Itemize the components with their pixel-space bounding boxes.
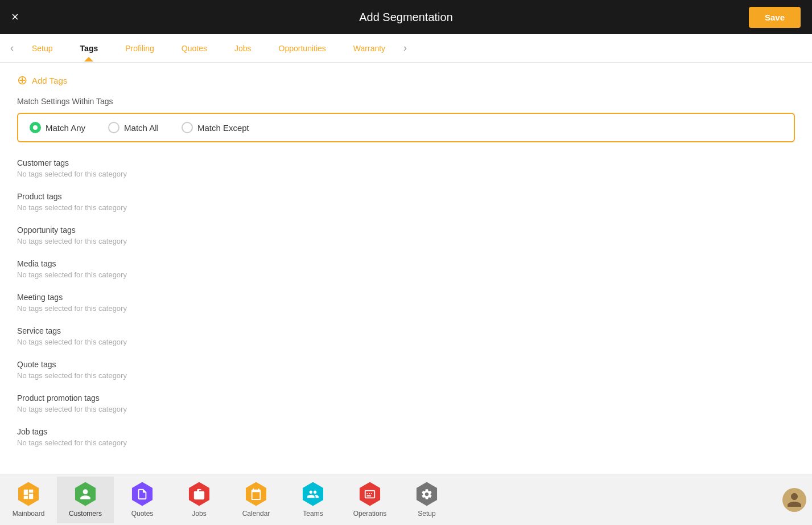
tab-tags[interactable]: Tags bbox=[67, 36, 112, 61]
bottom-nav-calendar[interactable]: Calendar bbox=[228, 477, 285, 523]
tag-category-media-empty: No tags selected for this category bbox=[17, 270, 795, 279]
tag-category-opportunity: Opportunity tags No tags selected for th… bbox=[17, 225, 795, 245]
jobs-label: Jobs bbox=[192, 510, 206, 518]
nav-right-arrow[interactable]: › bbox=[399, 42, 411, 54]
tab-jobs[interactable]: Jobs bbox=[221, 36, 265, 61]
bottom-nav: Mainboard Customers Quotes Jobs Calendar… bbox=[0, 474, 812, 525]
tag-category-meeting-empty: No tags selected for this category bbox=[17, 304, 795, 313]
add-tags-label: Add Tags bbox=[32, 76, 67, 85]
bottom-nav-teams[interactable]: Teams bbox=[285, 477, 341, 523]
setup-icon bbox=[415, 482, 439, 506]
tag-category-job: Job tags No tags selected for this categ… bbox=[17, 427, 795, 447]
customers-icon bbox=[73, 482, 97, 506]
match-all-label: Match All bbox=[124, 123, 159, 133]
match-all-option[interactable]: Match All bbox=[108, 122, 159, 133]
tag-category-quote: Quote tags No tags selected for this cat… bbox=[17, 360, 795, 380]
match-settings-label: Match Settings Within Tags bbox=[17, 97, 795, 106]
teams-icon bbox=[301, 482, 325, 506]
bottom-nav-setup[interactable]: Setup bbox=[398, 477, 455, 523]
tag-category-product-empty: No tags selected for this category bbox=[17, 203, 795, 212]
tab-setup[interactable]: Setup bbox=[18, 36, 67, 61]
tab-profiling[interactable]: Profiling bbox=[112, 36, 168, 61]
quotes-icon bbox=[130, 482, 154, 506]
customers-label: Customers bbox=[69, 510, 102, 518]
match-any-radio[interactable] bbox=[30, 122, 41, 133]
match-except-label: Match Except bbox=[197, 123, 249, 133]
bottom-nav-operations[interactable]: Operations bbox=[341, 477, 398, 523]
tag-category-service: Service tags No tags selected for this c… bbox=[17, 326, 795, 346]
tag-category-job-name: Job tags bbox=[17, 427, 795, 436]
mainboard-icon bbox=[17, 482, 40, 506]
tag-category-product-promo: Product promotion tags No tags selected … bbox=[17, 393, 795, 413]
tag-category-quote-empty: No tags selected for this category bbox=[17, 371, 795, 380]
tag-category-customer-empty: No tags selected for this category bbox=[17, 170, 795, 178]
tag-category-service-name: Service tags bbox=[17, 326, 795, 335]
add-tags-row[interactable]: ⊕ Add Tags bbox=[17, 74, 795, 87]
nav-left-arrow[interactable]: ‹ bbox=[6, 42, 18, 54]
header: × Add Segmentation Save bbox=[0, 0, 812, 34]
match-any-label: Match Any bbox=[46, 123, 85, 133]
tag-category-product: Product tags No tags selected for this c… bbox=[17, 192, 795, 212]
add-tags-icon: ⊕ bbox=[17, 74, 27, 87]
nav-tabs: ‹ Setup Tags Profiling Quotes Jobs Oppor… bbox=[0, 34, 812, 63]
match-all-radio[interactable] bbox=[108, 122, 119, 133]
teams-label: Teams bbox=[303, 510, 323, 518]
tag-category-media-name: Media tags bbox=[17, 259, 795, 268]
bottom-nav-customers[interactable]: Customers bbox=[57, 477, 114, 523]
match-options-row: Match Any Match All Match Except bbox=[17, 113, 795, 142]
tag-category-product-promo-empty: No tags selected for this category bbox=[17, 405, 795, 413]
setup-label: Setup bbox=[418, 510, 435, 518]
tag-category-product-promo-name: Product promotion tags bbox=[17, 393, 795, 403]
operations-icon bbox=[358, 482, 382, 506]
tag-category-customer: Customer tags No tags selected for this … bbox=[17, 158, 795, 178]
tag-category-media: Media tags No tags selected for this cat… bbox=[17, 259, 795, 279]
tab-quotes[interactable]: Quotes bbox=[168, 36, 221, 61]
tag-category-service-empty: No tags selected for this category bbox=[17, 338, 795, 346]
user-avatar[interactable] bbox=[782, 488, 806, 512]
tag-category-customer-name: Customer tags bbox=[17, 158, 795, 167]
match-except-radio[interactable] bbox=[182, 122, 193, 133]
tag-category-opportunity-name: Opportunity tags bbox=[17, 225, 795, 235]
page-title: Add Segmentation bbox=[359, 11, 453, 24]
tag-category-meeting: Meeting tags No tags selected for this c… bbox=[17, 293, 795, 313]
operations-label: Operations bbox=[353, 510, 387, 518]
calendar-label: Calendar bbox=[242, 510, 270, 518]
quotes-label: Quotes bbox=[131, 510, 154, 518]
tab-opportunities[interactable]: Opportunities bbox=[265, 36, 340, 61]
match-except-option[interactable]: Match Except bbox=[182, 122, 249, 133]
tag-category-opportunity-empty: No tags selected for this category bbox=[17, 237, 795, 245]
tab-warranty[interactable]: Warranty bbox=[340, 36, 399, 61]
tag-category-job-empty: No tags selected for this category bbox=[17, 438, 795, 447]
tag-category-product-name: Product tags bbox=[17, 192, 795, 201]
match-any-option[interactable]: Match Any bbox=[30, 122, 85, 133]
bottom-nav-jobs[interactable]: Jobs bbox=[171, 477, 228, 523]
close-button[interactable]: × bbox=[11, 11, 19, 23]
mainboard-label: Mainboard bbox=[13, 510, 45, 518]
jobs-icon bbox=[187, 482, 211, 506]
tag-category-meeting-name: Meeting tags bbox=[17, 293, 795, 302]
main-content: ⊕ Add Tags Match Settings Within Tags Ma… bbox=[0, 63, 812, 474]
bottom-nav-mainboard[interactable]: Mainboard bbox=[0, 477, 57, 523]
save-button[interactable]: Save bbox=[749, 7, 801, 28]
tag-category-quote-name: Quote tags bbox=[17, 360, 795, 369]
bottom-nav-quotes[interactable]: Quotes bbox=[114, 477, 171, 523]
calendar-icon bbox=[244, 482, 268, 506]
